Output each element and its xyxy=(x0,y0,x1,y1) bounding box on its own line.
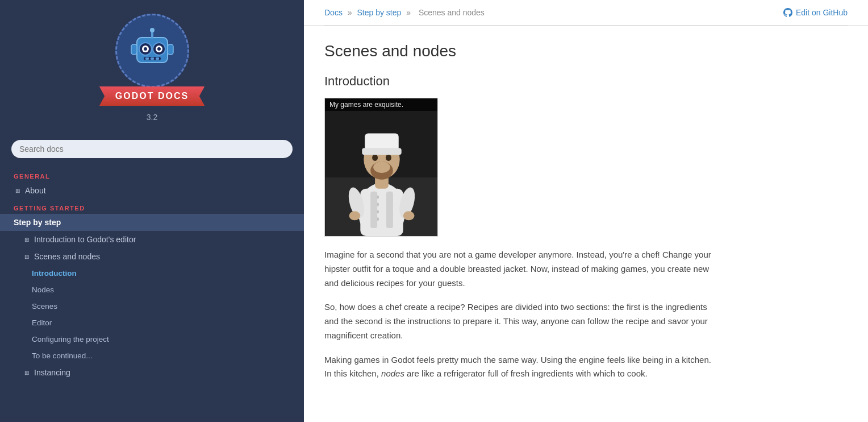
logo-banner: GODOT DOCS xyxy=(99,86,205,106)
sidebar-item-intro-editor[interactable]: ⊞ Introduction to Godot's editor xyxy=(0,231,304,248)
breadcrumb-docs[interactable]: Docs xyxy=(324,8,343,17)
breadcrumb-sep1: » xyxy=(348,8,352,17)
intro-heading: Introduction xyxy=(324,74,715,89)
italic-nodes: nodes xyxy=(381,369,404,378)
sidebar-logo-area: GODOT DOCS 3.2 xyxy=(0,0,304,135)
version-label: 3.2 xyxy=(147,113,157,122)
expand-icon: ⊞ xyxy=(23,369,31,377)
sidebar-item-label: To be continued... xyxy=(32,351,93,360)
svg-point-25 xyxy=(349,211,360,220)
sidebar-item-scenes-nodes[interactable]: ⊟ Scenes and nodes xyxy=(0,248,304,265)
section-label-general: GENERAL xyxy=(0,167,304,182)
sidebar-item-label: Scenes and nodes xyxy=(34,252,100,261)
paragraph-1: Imagine for a second that you are not a … xyxy=(324,248,715,290)
paragraph-3: Making games in Godot feels pretty much … xyxy=(324,353,715,382)
section-label-getting-started: GETTING STARTED xyxy=(0,199,304,214)
expand-icon: ⊞ xyxy=(14,187,22,195)
sidebar-item-label: Editor xyxy=(32,318,52,327)
sidebar-item-scenes[interactable]: Scenes xyxy=(0,298,304,315)
logo-circle xyxy=(115,14,189,88)
edit-github-label: Edit on GitHub xyxy=(796,8,848,17)
breadcrumb-sep2: » xyxy=(406,8,411,17)
sidebar-item-label: Configuring the project xyxy=(32,335,109,344)
breadcrumb: Docs » Step by step » Scenes and nodes xyxy=(324,8,487,17)
sidebar-item-to-be-continued[interactable]: To be continued... xyxy=(0,347,304,364)
sidebar-item-label: Introduction to Godot's editor xyxy=(34,235,136,244)
main-content: Docs » Step by step » Scenes and nodes E… xyxy=(304,0,868,422)
sidebar-item-label: Introduction xyxy=(32,269,77,278)
breadcrumb-step-by-step[interactable]: Step by step xyxy=(357,8,401,17)
sidebar-item-step-by-step[interactable]: Step by step xyxy=(0,214,304,231)
sidebar-item-editor[interactable]: Editor xyxy=(0,315,304,331)
sidebar-item-about[interactable]: ⊞ About xyxy=(0,182,304,199)
svg-point-8 xyxy=(150,28,155,32)
svg-rect-18 xyxy=(360,189,403,236)
expand-icon-minus: ⊟ xyxy=(23,253,31,260)
chef-image: My games are exquisite. xyxy=(324,98,438,237)
svg-rect-12 xyxy=(145,57,149,60)
sidebar-item-introduction[interactable]: Introduction xyxy=(0,265,304,282)
search-input[interactable] xyxy=(11,140,293,158)
expand-icon: ⊞ xyxy=(23,235,31,243)
breadcrumb-current: Scenes and nodes xyxy=(419,8,485,17)
sidebar: GODOT DOCS 3.2 GENERAL ⊞ About GETTING S… xyxy=(0,0,304,422)
svg-point-6 xyxy=(157,47,161,51)
svg-point-31 xyxy=(372,154,378,161)
chef-caption: My games are exquisite. xyxy=(325,98,437,111)
svg-rect-14 xyxy=(156,57,159,60)
top-bar: Docs » Step by step » Scenes and nodes E… xyxy=(304,0,868,26)
page-title: Scenes and nodes xyxy=(324,42,715,60)
sidebar-item-nodes[interactable]: Nodes xyxy=(0,282,304,298)
svg-rect-36 xyxy=(386,192,393,228)
svg-rect-13 xyxy=(151,57,154,60)
edit-github-link[interactable]: Edit on GitHub xyxy=(783,8,848,17)
content-area: Scenes and nodes Introduction My games a… xyxy=(304,26,736,407)
sidebar-item-instancing[interactable]: ⊞ Instancing xyxy=(0,364,304,381)
svg-rect-35 xyxy=(370,192,377,228)
svg-point-26 xyxy=(403,211,415,220)
svg-point-5 xyxy=(144,47,147,51)
sidebar-item-label: Nodes xyxy=(32,286,54,294)
search-box-wrapper xyxy=(0,135,304,167)
paragraph-2: So, how does a chef create a recipe? Rec… xyxy=(324,300,715,342)
github-icon xyxy=(783,8,792,17)
svg-rect-34 xyxy=(362,148,401,155)
svg-rect-10 xyxy=(168,44,173,55)
chef-illustration xyxy=(325,98,438,236)
sidebar-item-configuring-project[interactable]: Configuring the project xyxy=(0,331,304,347)
sidebar-item-label: Step by step xyxy=(14,218,61,227)
svg-point-32 xyxy=(386,154,391,161)
logo-icon xyxy=(127,25,178,76)
sidebar-item-label: Scenes xyxy=(32,302,57,311)
svg-point-30 xyxy=(373,162,390,173)
sidebar-item-label: About xyxy=(25,186,46,195)
svg-rect-9 xyxy=(131,44,137,55)
sidebar-item-label: Instancing xyxy=(34,368,70,377)
